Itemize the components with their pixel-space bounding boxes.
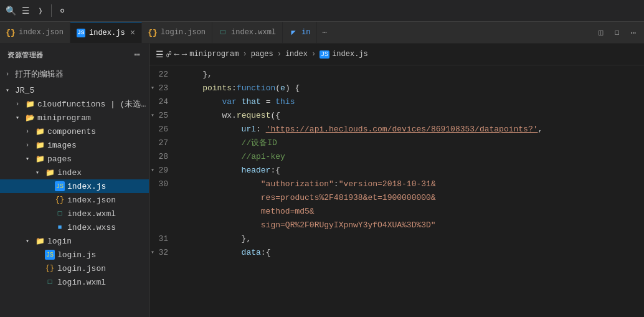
sidebar-more-button[interactable]: ⋯ xyxy=(134,49,141,61)
code-line-30: "authorization":"version=2018-10-31& xyxy=(181,177,644,191)
miniprogram-label: miniprogram xyxy=(37,113,149,123)
tab-index-wxml[interactable]: □ index.wxml xyxy=(212,22,283,43)
layout-icon[interactable]: ◻ xyxy=(612,27,623,38)
sidebar-item-index-dir[interactable]: 📁 index xyxy=(0,166,149,179)
code-token: 'https://api.heclouds.com/devices/869108… xyxy=(266,123,538,136)
images-label: images xyxy=(47,141,149,150)
folder-icon: 📁 xyxy=(25,99,35,109)
line-num-24: 24 xyxy=(149,95,174,109)
code-token: ({ xyxy=(270,109,280,123)
index-wxss-label: index.wxss xyxy=(67,223,149,232)
miniprogram-arrow xyxy=(12,114,22,121)
code-line-22: }, xyxy=(181,68,644,82)
git-commit-icon[interactable]: ⭘ xyxy=(57,5,68,16)
sidebar-item-components[interactable]: 📁 components xyxy=(0,125,149,138)
breadcrumb-miniprogram[interactable]: miniprogram xyxy=(189,50,239,59)
sidebar-header: 资源管理器 ⋯ xyxy=(0,44,149,66)
breadcrumb-file: JS index.js xyxy=(320,50,368,59)
login-json-icon: {} xyxy=(45,263,55,273)
code-line-32: data:{ xyxy=(181,246,644,260)
nav-back-icon[interactable]: ← xyxy=(174,49,179,59)
breadcrumb-index[interactable]: index xyxy=(285,50,308,59)
code-token: }, xyxy=(183,68,212,82)
wxml-file-icon: □ xyxy=(219,28,227,37)
components-label: components xyxy=(47,127,149,136)
code-token: "authorization" xyxy=(183,177,334,191)
index-dir-folder-icon: 📁 xyxy=(45,168,55,177)
code-token: header xyxy=(183,164,270,177)
in-tab-icon: ◤ xyxy=(289,28,298,37)
sidebar-item-index-wxml[interactable]: □ index.wxml xyxy=(0,207,149,220)
sidebar-item-index-js[interactable]: JS index.js xyxy=(0,179,149,193)
split-editor-icon[interactable]: ◫ xyxy=(595,27,607,38)
sidebar-item-login-json[interactable]: {} login.json xyxy=(0,262,149,275)
code-token: = xyxy=(261,95,275,109)
code-token: data xyxy=(183,246,261,260)
line-num-30b xyxy=(149,191,174,205)
sidebar-item-login-dir[interactable]: 📁 login xyxy=(0,234,149,248)
code-line-24: var that = this xyxy=(181,95,644,109)
tab-login-json[interactable]: {} login.json xyxy=(142,22,212,43)
code-token: //设备ID xyxy=(183,136,277,150)
close-tab-button[interactable]: × xyxy=(130,29,135,37)
tab-more-button[interactable]: ⋯ xyxy=(317,22,331,43)
bookmark-icon[interactable]: ☍ xyxy=(166,49,171,60)
code-token: , xyxy=(538,123,543,136)
open-editors-header[interactable]: 打开的编辑器 xyxy=(0,67,149,81)
sidebar-item-pages[interactable]: 📁 pages xyxy=(0,152,149,166)
wxml-icon: □ xyxy=(55,209,65,219)
line-num-31: 31 xyxy=(149,232,174,246)
open-editors-label: 打开的编辑器 xyxy=(15,69,149,80)
code-token: ) { xyxy=(285,82,300,95)
index-json-label: index.json xyxy=(67,196,149,205)
sidebar-item-login-js[interactable]: JS login.js xyxy=(0,248,149,262)
wxss-icon: ■ xyxy=(55,222,65,232)
nav-forward-icon[interactable]: → xyxy=(182,49,187,59)
components-folder-icon: 📁 xyxy=(35,126,45,136)
index-dir-label: index xyxy=(57,168,149,177)
code-token: }, xyxy=(183,232,251,246)
sidebar-item-miniprogram[interactable]: 📂 miniprogram xyxy=(0,111,149,125)
code-lines[interactable]: }, points:function(e) { var that = this … xyxy=(181,65,644,317)
line-num-30d xyxy=(149,219,174,232)
title-bar: 🔍 ☰ ❭ ⭘ xyxy=(0,0,644,22)
images-folder-icon: 📁 xyxy=(35,140,45,150)
tab-index-js[interactable]: JS index.js × xyxy=(70,22,142,43)
tab-in[interactable]: ◤ in xyxy=(283,22,317,43)
code-line-29: header:{ xyxy=(181,164,644,177)
tab-index-json[interactable]: {} index.json xyxy=(0,22,70,43)
breadcrumb-pages[interactable]: pages xyxy=(251,50,273,59)
more-actions-icon[interactable]: ⋯ xyxy=(628,27,639,38)
code-token: this xyxy=(275,95,295,109)
line-num-23: 23 xyxy=(149,82,174,95)
sidebar-item-index-json[interactable]: {} index.json xyxy=(0,193,149,207)
source-control-icon[interactable]: ❭ xyxy=(35,5,46,16)
code-line-30d: sign=QR%2F0RUgyIXpnwY3yfO4XUA%3D%3D" xyxy=(181,219,644,232)
sidebar-item-index-wxss[interactable]: ■ index.wxss xyxy=(0,220,149,234)
tab-index-wxml-label: index.wxml xyxy=(231,28,276,37)
login-wxml-icon: □ xyxy=(45,277,55,287)
explorer-icon[interactable]: ☰ xyxy=(20,5,31,16)
code-token: wx xyxy=(183,109,232,123)
line-num-29: 29 xyxy=(149,164,174,177)
breadcrumb-filename[interactable]: index.js xyxy=(332,50,368,59)
sidebar-item-images[interactable]: 📁 images xyxy=(0,138,149,152)
code-token: "version=2018-10-31& xyxy=(339,177,436,191)
login-dir-label: login xyxy=(47,237,149,246)
code-line-26: url: 'https://api.heclouds.com/devices/8… xyxy=(181,123,644,136)
code-token: request xyxy=(237,109,271,123)
sidebar-item-cloudfunctions[interactable]: 📁 cloudfunctions | (未选... xyxy=(0,97,149,111)
index-dir-arrow xyxy=(32,169,42,176)
split-view-icon[interactable]: ☰ xyxy=(156,49,164,60)
code-token: res=products%2F481938&et=1900000000& xyxy=(183,191,436,205)
line-num-32: 32 xyxy=(149,246,174,260)
sidebar-item-login-wxml[interactable]: □ login.wxml xyxy=(0,275,149,289)
code-token: : xyxy=(256,123,266,136)
pages-folder-icon: 📁 xyxy=(35,154,45,164)
code-token: :{ xyxy=(270,164,280,177)
line-num-26: 26 xyxy=(149,123,174,136)
search-icon[interactable]: 🔍 xyxy=(5,5,16,16)
code-token: function xyxy=(237,82,275,95)
project-root-header[interactable]: JR_5 xyxy=(0,83,149,97)
editor-content[interactable]: 22 23 24 25 26 27 28 29 30 31 32 }, xyxy=(149,65,644,317)
